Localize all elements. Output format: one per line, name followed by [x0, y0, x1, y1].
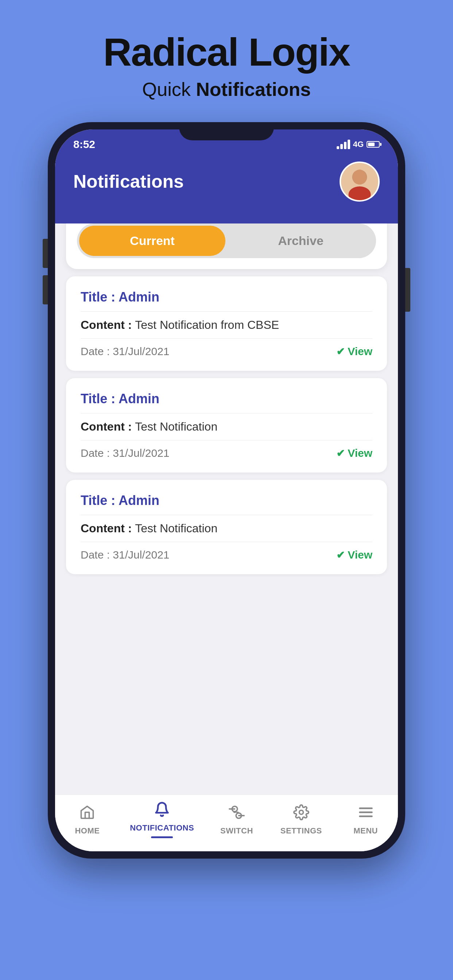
signal-icon	[337, 140, 350, 149]
app-subtitle: Quick Notifications	[142, 78, 311, 100]
notif-view-link-2[interactable]: ✔ View	[336, 549, 372, 561]
tab-card: Current Archive	[66, 223, 387, 269]
network-indicator: 4G	[353, 140, 364, 149]
home-icon	[79, 804, 95, 824]
notif-footer-1: Date : 31/Jul/2021 ✔ View	[81, 447, 372, 460]
nav-item-settings[interactable]: SETTINGS	[279, 804, 323, 835]
main-content: Current Archive Title : Admin Content : …	[55, 223, 398, 794]
bottom-nav: HOME NOTIFICATIONS	[55, 794, 398, 851]
switch-icon	[229, 804, 245, 824]
phone-screen: 8:52 4G Notifications	[55, 129, 398, 851]
notif-footer-2: Date : 31/Jul/2021 ✔ View	[81, 549, 372, 561]
tab-current[interactable]: Current	[79, 226, 225, 256]
phone-frame: 8:52 4G Notifications	[48, 122, 405, 859]
menu-icon	[358, 804, 374, 824]
nav-item-menu[interactable]: MENU	[344, 804, 388, 835]
volume-down-button	[43, 275, 48, 304]
volume-buttons	[43, 239, 48, 304]
notification-card: Title : Admin Content : Test Notificatio…	[66, 378, 387, 473]
bell-icon	[154, 801, 170, 821]
nav-item-switch[interactable]: SWITCH	[215, 804, 258, 835]
notif-view-link-1[interactable]: ✔ View	[336, 447, 372, 460]
notification-card: Title : Admin Content : Test Notificatio…	[66, 480, 387, 574]
nav-item-home[interactable]: HOME	[65, 804, 109, 835]
nav-item-notifications[interactable]: NOTIFICATIONS	[130, 801, 194, 838]
view-label-0: View	[348, 345, 372, 358]
view-label-1: View	[348, 447, 372, 460]
nav-label-menu: MENU	[353, 826, 378, 835]
page-title: Notifications	[73, 171, 184, 192]
subtitle-bold: Notifications	[196, 79, 311, 100]
notif-title-0: Title : Admin	[81, 290, 372, 312]
status-icons: 4G	[337, 140, 380, 149]
svg-point-4	[353, 170, 367, 185]
notif-title-2: Title : Admin	[81, 493, 372, 515]
tab-switcher: Current Archive	[77, 223, 376, 258]
volume-up-button	[43, 239, 48, 268]
avatar[interactable]	[340, 162, 380, 202]
notif-content-2: Content : Test Notification	[81, 522, 372, 542]
notif-content-1: Content : Test Notification	[81, 420, 372, 441]
tab-archive[interactable]: Archive	[228, 226, 374, 256]
nav-label-home: HOME	[75, 826, 100, 835]
notif-date-1: Date : 31/Jul/2021	[81, 447, 170, 460]
settings-icon	[293, 804, 309, 824]
svg-point-7	[299, 810, 303, 814]
notif-date-0: Date : 31/Jul/2021	[81, 345, 170, 358]
notification-card: Title : Admin Content : Test Notificatio…	[66, 276, 387, 371]
subtitle-normal: Quick	[142, 79, 196, 100]
nav-label-notifications: NOTIFICATIONS	[130, 823, 194, 833]
view-label-2: View	[348, 549, 372, 561]
notifications-list: Title : Admin Content : Test Notificatio…	[55, 276, 398, 574]
notif-date-2: Date : 31/Jul/2021	[81, 549, 170, 561]
view-check-icon-0: ✔	[336, 345, 345, 358]
notif-view-link-0[interactable]: ✔ View	[336, 345, 372, 358]
nav-label-switch: SWITCH	[220, 826, 253, 835]
app-title: Radical Logix	[103, 29, 350, 75]
power-button	[405, 268, 410, 312]
battery-icon	[367, 141, 380, 148]
view-check-icon-1: ✔	[336, 447, 345, 460]
notif-title-1: Title : Admin	[81, 391, 372, 414]
notif-content-0: Content : Test Notification from CBSE	[81, 318, 372, 339]
nav-active-indicator	[151, 836, 173, 838]
phone-notch	[179, 122, 274, 140]
nav-label-settings: SETTINGS	[281, 826, 322, 835]
app-header: Notifications	[55, 154, 398, 223]
notif-footer-0: Date : 31/Jul/2021 ✔ View	[81, 345, 372, 358]
status-time: 8:52	[73, 138, 95, 151]
view-check-icon-2: ✔	[336, 549, 345, 561]
